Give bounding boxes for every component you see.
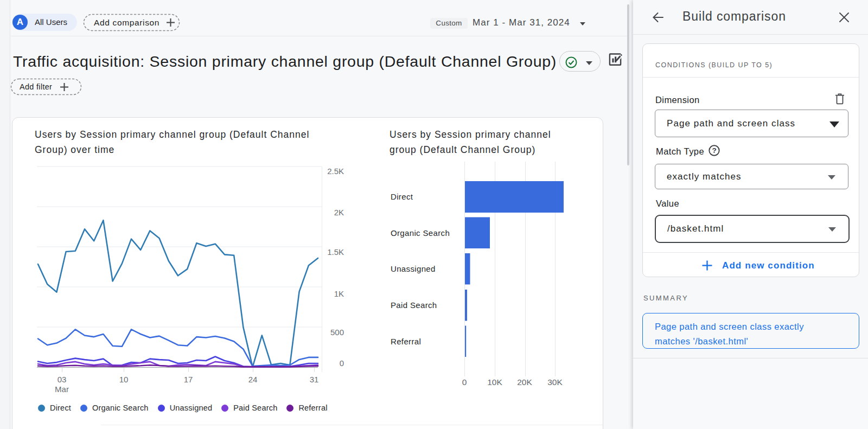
svg-text:?: ? — [712, 146, 716, 155]
svg-text:10K: 10K — [487, 377, 502, 387]
svg-text:Unassigned: Unassigned — [391, 264, 436, 273]
svg-text:20K: 20K — [517, 377, 532, 387]
svg-text:30K: 30K — [547, 377, 563, 387]
svg-text:Paid Search: Paid Search — [391, 300, 437, 310]
svg-text:Referral: Referral — [391, 337, 421, 346]
svg-text:Organic Search: Organic Search — [391, 228, 450, 238]
svg-text:0: 0 — [462, 377, 467, 387]
svg-text:Direct: Direct — [391, 192, 413, 201]
